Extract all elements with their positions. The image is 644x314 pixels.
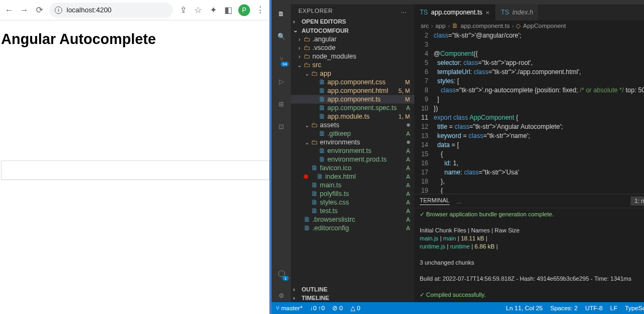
- status-bar: ⑂ master* ↓0 ↑0 ⊘ 0 △ 0 Ln 11, Col 25 Sp…: [272, 302, 644, 314]
- search-icon[interactable]: 🔍: [275, 30, 288, 43]
- breadcrumb[interactable]: src›app›🗎 app.component.ts›◇ AppComponen…: [414, 20, 644, 31]
- terminal-output[interactable]: ✓ Browser application bundle generation …: [414, 208, 644, 302]
- file-item[interactable]: 🗎environment.prod.tsA: [291, 155, 414, 164]
- breadcrumb-item[interactable]: src: [421, 23, 429, 29]
- account-icon[interactable]: ◯1: [275, 267, 288, 280]
- more-icon[interactable]: …: [456, 198, 462, 205]
- errors-indicator[interactable]: ⊘ 0: [332, 304, 343, 312]
- terminal-panel: TERMINAL … 1: node ⌄ ＋ ◫ 🗑 ✓ Browser app…: [414, 194, 644, 302]
- url-text: localhost:4200: [67, 6, 112, 14]
- file-item[interactable]: 🗎.browserslistrcA: [291, 215, 414, 224]
- project-section[interactable]: ⌄AUTOCOMFOUR: [291, 26, 414, 35]
- file-item[interactable]: 🗎.gitkeepA: [291, 129, 414, 138]
- close-icon[interactable]: ×: [486, 9, 490, 17]
- editor-tabs: TSapp.component.ts×TSindex.h⫛◫…: [414, 4, 644, 20]
- extensions-icon[interactable]: ✦: [208, 5, 218, 15]
- back-icon[interactable]: ←: [4, 5, 14, 15]
- code-lines[interactable]: class="tk-str">'@angular/core'; @Compone…: [434, 31, 644, 194]
- open-editors-section[interactable]: ›OPEN EDITORS: [291, 17, 414, 26]
- sync-indicator[interactable]: ↓0 ↑0: [310, 305, 325, 311]
- file-item[interactable]: 🗎test.tsA: [291, 207, 414, 215]
- sidepanel-icon[interactable]: ◧: [223, 5, 233, 15]
- forward-icon[interactable]: →: [19, 5, 29, 15]
- file-item[interactable]: 🗎polyfills.tsA: [291, 189, 414, 198]
- language-indicator[interactable]: TypeScript: [625, 305, 644, 311]
- cursor-position[interactable]: Ln 11, Col 25: [506, 305, 543, 311]
- outline-section[interactable]: ›OUTLINE: [291, 285, 414, 294]
- file-item[interactable]: 🗎environment.tsA: [291, 147, 414, 155]
- terminal-header: TERMINAL … 1: node ⌄ ＋ ◫ 🗑: [414, 194, 644, 208]
- folder-item[interactable]: ⌄🗀src: [291, 61, 414, 69]
- indent-indicator[interactable]: Spaces: 2: [550, 305, 577, 311]
- folder-item[interactable]: ⌄🗀app: [291, 69, 414, 78]
- activity-bar: 🗎 🔍 ⑂34 ▷ ⊞ ⊡ ◯1 ⚙: [272, 4, 291, 302]
- share-icon[interactable]: ⇪: [178, 5, 188, 15]
- menu-icon[interactable]: ⋮: [255, 5, 265, 15]
- sidebar: EXPLORER … ›OPEN EDITORS ⌄AUTOCOMFOUR ›🗀…: [291, 4, 414, 302]
- star-icon[interactable]: ☆: [193, 5, 203, 15]
- file-item[interactable]: 🗎main.tsA: [291, 181, 414, 189]
- file-item[interactable]: 🗎app.component.html5, M: [291, 86, 414, 95]
- branch-indicator[interactable]: ⑂ master*: [276, 305, 303, 311]
- file-item[interactable]: 🗎app.module.ts1, M: [291, 112, 414, 121]
- explorer-icon[interactable]: 🗎: [275, 8, 288, 20]
- terminal-tab[interactable]: TERMINAL: [420, 197, 450, 205]
- info-icon[interactable]: i: [55, 6, 62, 14]
- gear-icon[interactable]: ⚙: [275, 289, 288, 302]
- browser-pane: ← → ⟳ i localhost:4200 ⇪ ☆ ✦ ◧ P ⋮ Angul…: [0, 0, 272, 314]
- debug-icon[interactable]: ▷: [275, 75, 288, 88]
- encoding-indicator[interactable]: UTF-8: [585, 305, 603, 311]
- file-item[interactable]: 🗎app.component.cssM: [291, 78, 414, 86]
- file-item[interactable]: 🗎index.htmlA: [291, 172, 414, 181]
- editor-tab[interactable]: TSindex.h: [495, 4, 539, 20]
- editor-column: TSapp.component.ts×TSindex.h⫛◫… src›app›…: [414, 4, 644, 302]
- folder-item[interactable]: ›🗀.vscode: [291, 43, 414, 52]
- breadcrumb-item[interactable]: app.component.ts: [460, 23, 509, 29]
- browser-toolbar: ← → ⟳ i localhost:4200 ⇪ ☆ ✦ ◧ P ⋮: [0, 0, 269, 20]
- page-title: Angular Autocomplete: [1, 31, 269, 48]
- line-gutter: 2345678910111213141516171819202122232425…: [414, 31, 434, 194]
- eol-indicator[interactable]: LF: [610, 305, 617, 311]
- reload-icon[interactable]: ⟳: [34, 5, 44, 15]
- editor-tab[interactable]: TSapp.component.ts×: [414, 4, 495, 20]
- more-icon[interactable]: …: [401, 8, 407, 14]
- titlebar: [272, 0, 644, 4]
- vscode-pane: 🗎 🔍 ⑂34 ▷ ⊞ ⊡ ◯1 ⚙ EXPLORER … ›OPEN EDIT…: [272, 0, 644, 314]
- code-editor[interactable]: 2345678910111213141516171819202122232425…: [414, 31, 644, 194]
- autocomplete-input[interactable]: [1, 160, 269, 180]
- sidebar-title: EXPLORER …: [291, 4, 414, 17]
- warnings-indicator[interactable]: △ 0: [350, 304, 361, 312]
- scm-icon[interactable]: ⑂34: [275, 53, 288, 65]
- address-bar[interactable]: i localhost:4200: [49, 3, 173, 18]
- remote-icon[interactable]: ⊡: [275, 120, 288, 133]
- timeline-section[interactable]: ›TIMELINE: [291, 294, 414, 302]
- file-item[interactable]: 🗎app.component.spec.tsA: [291, 104, 414, 112]
- file-item[interactable]: 🗎app.component.tsM: [291, 95, 414, 104]
- file-item[interactable]: 🗎favicon.icoA: [291, 164, 414, 172]
- folder-item[interactable]: ⌄🗀assets: [291, 121, 414, 129]
- folder-item[interactable]: ⌄🗀environments: [291, 138, 414, 147]
- breadcrumb-item[interactable]: AppComponent: [523, 23, 566, 29]
- breadcrumb-item[interactable]: app: [435, 23, 445, 29]
- extensions-icon[interactable]: ⊞: [275, 98, 288, 111]
- page-content: Angular Autocomplete: [0, 20, 269, 314]
- file-tree: ›🗀.angular›🗀.vscode›🗀node_modules⌄🗀src⌄🗀…: [291, 35, 414, 285]
- folder-item[interactable]: ›🗀node_modules: [291, 52, 414, 61]
- folder-item[interactable]: ›🗀.angular: [291, 35, 414, 43]
- file-item[interactable]: 🗎styles.cssA: [291, 198, 414, 207]
- terminal-select[interactable]: 1: node ⌄: [631, 196, 644, 206]
- file-item[interactable]: 🗎.editorconfigA: [291, 224, 414, 232]
- profile-avatar[interactable]: P: [238, 4, 250, 16]
